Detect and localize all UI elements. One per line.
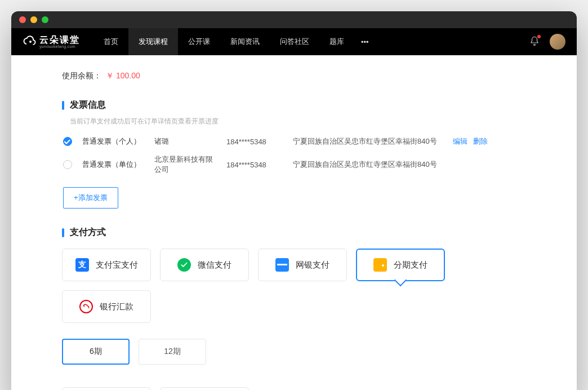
svg-point-0 [29,41,32,43]
pay-method-wechat[interactable]: 微信支付 [160,249,249,281]
payment-section-title: 支付方式 [62,227,526,238]
brand-logo: 云朵课堂 yunduoketang.com [23,35,80,48]
notifications-button[interactable] [529,36,540,48]
pay-method-alipay[interactable]: 支 支付宝支付 [62,249,151,281]
close-window-button[interactable] [19,16,26,23]
transfer-wechat[interactable]: 微信个人转账 [160,387,249,390]
pay-method-label: 银行汇款 [100,302,133,312]
nav-open-classes[interactable]: 公开课 [178,28,220,55]
payment-methods: 支 支付宝支付 微信支付 网银支付 分期支付 [62,249,526,323]
balance-label: 使用余额： [62,71,101,81]
brand-domain: yunduoketang.com [39,45,80,48]
page-content: 使用余额： ￥ 100.00 发票信息 当前订单支付成功后可在订单详情页查看开票… [11,55,577,390]
add-invoice-button[interactable]: +添加发票 [63,187,118,209]
invoice-row-personal[interactable]: 普通发票（个人） 诸璐 184****5348 宁夏回族自治区吴忠市红寺堡区幸福… [63,136,526,147]
invoice-hint: 当前订单支付成功后可在订单详情页查看开票进度 [70,117,526,126]
installment-options: 6期 12期 [62,339,526,365]
invoice-phone: 184****5348 [226,161,283,169]
nav-home[interactable]: 首页 [93,28,128,55]
svg-point-4 [382,264,384,267]
invoice-address: 宁夏回族自治区吴忠市红寺堡区幸福街840号 [293,136,437,147]
invoice-name: 诸璐 [154,136,216,147]
pay-method-label: 微信支付 [198,260,231,271]
installment-12[interactable]: 12期 [139,339,206,365]
maximize-window-button[interactable] [42,16,48,23]
pay-method-installment[interactable]: 分期支付 [356,249,445,281]
bank-card-icon [275,258,289,272]
pay-method-label: 分期支付 [394,260,427,271]
wechat-icon [177,258,191,272]
invoice-row-company[interactable]: 普通发票（单位） 北京昱新科技有限公司 184****5348 宁夏回族自治区吴… [63,154,526,175]
cloud-icon [23,35,36,48]
installment-6[interactable]: 6期 [62,339,130,365]
nav-news[interactable]: 新闻资讯 [220,28,270,55]
nav-items: 首页 发现课程 公开课 新闻资讯 问答社区 题库 ••• [93,28,376,55]
transfer-options: 支付宝个人转账 微信个人转账 [62,387,526,390]
invoice-type: 普通发票（单位） [82,159,144,170]
balance-amount: ￥ 100.00 [106,71,140,81]
minimize-window-button[interactable] [30,16,37,23]
pay-method-remittance[interactable]: 银行汇款 [62,290,151,323]
invoice-radio-personal[interactable] [63,137,72,146]
payment-title-text: 支付方式 [70,227,106,238]
balance-row: 使用余额： ￥ 100.00 [62,71,526,99]
titlebar [11,11,577,28]
navbar: 云朵课堂 yunduoketang.com 首页 发现课程 公开课 新闻资讯 问… [11,28,577,55]
nav-qa-community[interactable]: 问答社区 [270,28,319,55]
svg-rect-2 [277,264,287,265]
nav-discover-courses[interactable]: 发现课程 [128,28,178,55]
invoice-phone: 184****5348 [226,138,283,146]
section-bar [62,228,64,237]
pay-method-label: 支付宝支付 [96,260,138,271]
nav-question-bank[interactable]: 题库 [319,28,354,55]
user-avatar[interactable] [550,34,565,50]
alipay-icon: 支 [75,258,89,272]
pay-method-label: 网银支付 [296,260,329,271]
nav-more-icon[interactable]: ••• [354,28,376,55]
bank-remit-icon [79,300,93,313]
invoice-edit-link[interactable]: 编辑 [453,136,467,147]
wallet-icon [373,258,387,272]
invoice-section-title: 发票信息 [62,99,526,111]
transfer-alipay[interactable]: 支付宝个人转账 [62,387,151,390]
app-window: 云朵课堂 yunduoketang.com 首页 发现课程 公开课 新闻资讯 问… [11,11,577,390]
invoice-radio-company[interactable] [63,160,72,169]
invoice-name: 北京昱新科技有限公司 [154,154,216,175]
notification-dot [537,35,541,38]
pay-method-bank[interactable]: 网银支付 [258,249,347,281]
invoice-delete-link[interactable]: 删除 [473,136,488,147]
invoice-title-text: 发票信息 [70,99,106,111]
invoice-type: 普通发票（个人） [82,136,144,147]
brand-name: 云朵课堂 [39,36,80,45]
section-bar [62,101,64,110]
invoice-address: 宁夏回族自治区吴忠市红寺堡区幸福街840号 [293,159,437,170]
